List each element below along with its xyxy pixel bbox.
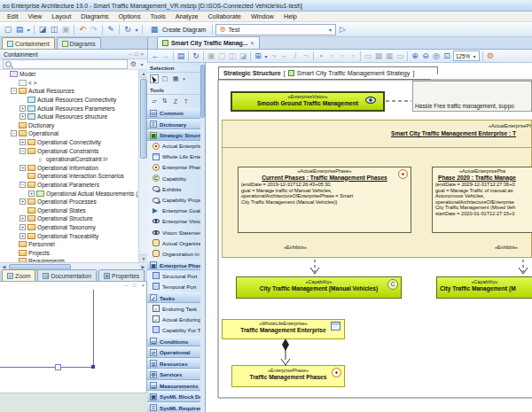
- palette-item-capability-for-task[interactable]: Capability For Task: [147, 324, 205, 335]
- palette-scroll-thumb[interactable]: [200, 65, 205, 118]
- tree-item[interactable]: +Actual Resources Parameters: [0, 104, 138, 113]
- palette-section-strategic-structure[interactable]: ▦Strategic Structure: [147, 130, 205, 141]
- tree-item[interactable]: −Operational Parameters: [0, 181, 138, 190]
- panel-close-icon[interactable]: ×: [140, 50, 144, 59]
- print-icon[interactable]: ◪: [37, 24, 48, 35]
- redo-icon[interactable]: ↷: [89, 24, 99, 35]
- update-icon[interactable]: ↻: [122, 24, 133, 35]
- show-containment-icon[interactable]: ▤: [176, 51, 186, 61]
- menu-help[interactable]: Help: [284, 12, 297, 21]
- enterprise-phases-node[interactable]: «EnterprisePhase» Traffic Management Pha…: [231, 365, 345, 387]
- oblique-line-icon[interactable]: /: [290, 51, 301, 61]
- palette-item-capability-property[interactable]: Capability Property: [147, 194, 205, 205]
- palette-section-sysml-block-definitio-[interactable]: ▣SysML Block Definitio ...: [147, 392, 205, 402]
- expand-toggle-icon[interactable]: +: [20, 165, 26, 171]
- palette-item-exhibits[interactable]: Exhibits: [147, 183, 205, 194]
- capability-mixed-node[interactable]: «Capability» City Traffic Management (M: [436, 276, 532, 299]
- menu-window[interactable]: Window: [251, 12, 274, 21]
- zoom-combo-caret-icon[interactable]: ▾: [472, 51, 477, 61]
- document-tab-close-icon[interactable]: ×: [251, 40, 254, 46]
- palette-section-resources[interactable]: ⊙Resources: [147, 359, 205, 369]
- paste-icon[interactable]: ▣: [206, 51, 216, 61]
- palette-section-conditions[interactable]: ▭Conditions: [147, 337, 205, 347]
- tree-item[interactable]: +Actual Resources structure: [0, 113, 138, 121]
- tree-item[interactable]: < >: [0, 79, 138, 88]
- run-button-icon[interactable]: ▷: [337, 24, 348, 35]
- tree-item[interactable]: Operational States: [0, 206, 138, 215]
- copy-icon[interactable]: ▣: [60, 24, 71, 35]
- menu-options[interactable]: Options: [118, 12, 140, 21]
- tab-containment[interactable]: Containment: [2, 37, 55, 49]
- zoom-panel-close-icon[interactable]: ×: [141, 283, 145, 288]
- update-more-icon[interactable]: ▾: [134, 24, 139, 35]
- palette-item-enterprise-phase[interactable]: Enterprise Phase: [147, 162, 205, 173]
- zoom-panel-minimize-icon[interactable]: –: [125, 283, 128, 288]
- separator-tool[interactable]: ⇅: [160, 97, 169, 105]
- capability-manual-node[interactable]: «Capability» City Traffic Management (Ma…: [236, 276, 402, 299]
- diagram-options-gear-icon[interactable]: ⚙: [485, 51, 496, 61]
- palette-item-enterprise-vision[interactable]: Enterprise Vision: [147, 216, 205, 227]
- palette-item-vision-statement[interactable]: Vision Statement: [147, 227, 205, 237]
- tree-item[interactable]: −Actual Resources: [0, 87, 138, 96]
- zoom-in-icon[interactable]: ⊕: [410, 51, 420, 61]
- expand-toggle-icon[interactable]: −: [20, 182, 26, 188]
- forward-icon[interactable]: →: [160, 51, 171, 61]
- tree-item[interactable]: Dictionary: [0, 121, 138, 130]
- palette-section-enterprise-phase-st-[interactable]: ▣Enterprise Phase St...: [147, 260, 205, 271]
- save-more-icon[interactable]: ▾: [26, 24, 31, 35]
- corner-line-icon[interactable]: ¬: [301, 51, 311, 61]
- back-icon[interactable]: ←: [150, 51, 160, 61]
- vision-statement-note[interactable]: Hassle Free traffic management, suppo: [412, 81, 532, 112]
- ruler-icon[interactable]: ▭: [395, 51, 405, 61]
- tree-item[interactable]: +Operational Actual Measurements (.xlsx): [0, 189, 138, 198]
- tree-item[interactable]: +Operational Connectivity: [0, 138, 138, 147]
- tab-documentation[interactable]: ▤Documentation: [37, 269, 97, 281]
- zoom-viewport-rectangle[interactable]: [0, 290, 94, 368]
- tree-item[interactable]: Personnel: [0, 240, 138, 249]
- palette-scrollbar[interactable]: [200, 63, 205, 412]
- palette-item-organization-in-e-[interactable]: Organization in E...▾: [147, 248, 205, 259]
- tab-properties[interactable]: ▦Properties: [98, 269, 145, 281]
- ungroup-icon[interactable]: ▫: [337, 51, 348, 61]
- save-image-icon[interactable]: ▭: [363, 51, 373, 61]
- palette-item-capability[interactable]: CCapability: [147, 173, 205, 183]
- undo-icon[interactable]: ↶: [77, 24, 88, 35]
- zoom-panel-float-icon[interactable]: □: [133, 283, 137, 288]
- tree-item[interactable]: {}operationalConstraint i=: [0, 155, 138, 164]
- enterprise-vision-node[interactable]: «EnterpriseVision» Smooth Ground Traffic…: [231, 91, 385, 112]
- palette-section-services[interactable]: ⚙Services: [147, 369, 205, 380]
- palette-section-operational[interactable]: ▱Operational: [147, 347, 205, 358]
- tree-item[interactable]: Operational Interaction Scenarios: [0, 172, 138, 181]
- expand-toggle-icon[interactable]: +: [20, 215, 26, 222]
- palette-section-dictionary[interactable]: ≡Dictionary: [147, 120, 205, 130]
- palette-item-actual-organization[interactable]: Actual Organization: [147, 237, 205, 248]
- tree-vertical-scrollbar[interactable]: ▲ ▼: [138, 70, 147, 262]
- panel-minimize-icon[interactable]: –: [129, 50, 132, 59]
- whole-life-enterprise-node[interactable]: «WholeLifeEnterprise» Traffic Management…: [222, 319, 345, 339]
- expand-toggle-icon[interactable]: +: [20, 224, 26, 230]
- tree-item[interactable]: +Operational Processes: [0, 198, 138, 206]
- menu-diagrams[interactable]: Diagrams: [81, 12, 108, 21]
- selection-more-icon[interactable]: ▾: [182, 74, 186, 83]
- lock-icon[interactable]: ▪: [316, 51, 326, 61]
- palette-section-sysml-requirements-[interactable]: ≡SysML Requirements ...: [147, 403, 205, 412]
- line-style-icon[interactable]: ~: [269, 51, 279, 61]
- validate-icon[interactable]: ✎: [106, 24, 116, 35]
- tab-diagrams[interactable]: Diagrams: [57, 37, 101, 49]
- group-icon[interactable]: ▫: [326, 51, 337, 61]
- expand-toggle-icon[interactable]: +: [20, 139, 26, 145]
- delete-icon[interactable]: ◪: [238, 51, 248, 61]
- zoom-out-icon[interactable]: ⊖: [420, 51, 431, 61]
- layout-icon[interactable]: ⊞: [253, 51, 263, 61]
- menu-tools[interactable]: Tools: [151, 12, 166, 21]
- diagram-canvas[interactable]: Strategic Structure [ Smart City Traffic…: [206, 63, 532, 412]
- zoom-viewport-handle[interactable]: [55, 364, 61, 370]
- snap-icon[interactable]: ▦: [384, 51, 395, 61]
- palette-item-temporal-port[interactable]: Temporal Port: [147, 281, 205, 292]
- palette-section-common[interactable]: ▭Common: [147, 108, 205, 119]
- new-project-icon[interactable]: ▢: [3, 24, 13, 35]
- text-tool[interactable]: T: [182, 97, 191, 105]
- refresh-icon[interactable]: ↻: [191, 51, 201, 61]
- expand-toggle-icon[interactable]: +: [28, 190, 35, 197]
- save-project-icon[interactable]: ▤: [14, 24, 25, 35]
